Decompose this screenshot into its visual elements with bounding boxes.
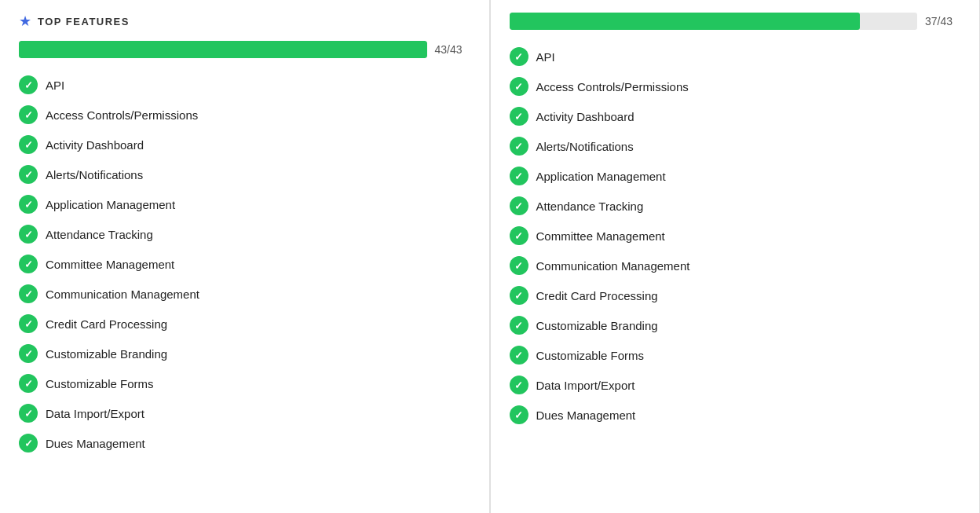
left-feature-list: APIAccess Controls/PermissionsActivity D…	[19, 71, 470, 457]
list-item: API	[19, 71, 470, 99]
list-item: Dues Management	[510, 401, 961, 429]
check-icon	[510, 376, 528, 394]
feature-name: Communication Management	[46, 288, 199, 301]
list-item: Application Management	[19, 190, 470, 218]
check-icon	[19, 404, 38, 423]
check-icon	[19, 344, 38, 363]
right-progress-fill	[510, 13, 861, 30]
list-item: Activity Dashboard	[510, 102, 961, 130]
left-top-features-label: TOP FEATURES	[38, 16, 130, 27]
check-icon	[19, 314, 38, 333]
check-icon	[510, 167, 528, 185]
right-panel: 37/43 APIAccess Controls/PermissionsActi…	[491, 0, 981, 513]
check-icon	[19, 75, 38, 94]
feature-name: Alerts/Notifications	[46, 168, 143, 181]
check-icon	[19, 195, 38, 214]
right-progress-container: 37/43	[510, 13, 961, 30]
feature-name: Dues Management	[46, 437, 145, 450]
list-item: Data Import/Export	[19, 399, 470, 427]
check-icon	[19, 165, 38, 184]
feature-name: Committee Management	[536, 229, 665, 243]
list-item: API	[510, 42, 961, 71]
feature-name: API	[536, 50, 555, 64]
check-icon	[510, 196, 528, 215]
list-item: Customizable Forms	[19, 369, 470, 398]
feature-name: Access Controls/Permissions	[46, 108, 198, 122]
list-item: Credit Card Processing	[19, 310, 470, 338]
feature-name: Dues Management	[536, 409, 636, 422]
feature-name: Attendance Tracking	[46, 228, 153, 241]
list-item: Customizable Forms	[510, 341, 961, 369]
list-item: Customizable Branding	[510, 311, 961, 339]
check-icon	[19, 225, 38, 244]
star-icon: ★	[19, 13, 31, 30]
check-icon	[510, 137, 528, 156]
left-progress-fill	[19, 41, 427, 58]
feature-name: Customizable Forms	[536, 349, 645, 362]
check-icon	[510, 405, 528, 424]
check-icon	[510, 77, 528, 96]
check-icon	[19, 255, 38, 273]
feature-name: Activity Dashboard	[46, 138, 144, 152]
list-item: Activity Dashboard	[19, 130, 470, 159]
left-panel-header: ★ TOP FEATURES	[19, 13, 470, 30]
feature-name: Activity Dashboard	[536, 110, 634, 123]
check-icon	[19, 135, 38, 154]
list-item: Application Management	[510, 162, 961, 190]
list-item: Communication Management	[19, 280, 470, 308]
list-item: Alerts/Notifications	[19, 160, 470, 189]
feature-name: Application Management	[46, 198, 175, 211]
feature-name: Alerts/Notifications	[536, 140, 634, 153]
check-icon	[510, 256, 528, 275]
list-item: Attendance Tracking	[510, 192, 961, 220]
list-item: Access Controls/Permissions	[19, 101, 470, 129]
check-icon	[510, 226, 528, 245]
left-progress-container: 43/43	[19, 41, 470, 58]
list-item: Alerts/Notifications	[510, 132, 961, 160]
check-icon	[19, 105, 38, 124]
feature-name: Customizable Branding	[536, 319, 658, 332]
list-item: Customizable Branding	[19, 339, 470, 368]
feature-name: Data Import/Export	[46, 407, 144, 420]
check-icon	[510, 346, 528, 365]
list-item: Communication Management	[510, 251, 961, 280]
feature-name: Access Controls/Permissions	[536, 80, 689, 93]
list-item: Committee Management	[510, 222, 961, 250]
feature-name: API	[46, 79, 64, 92]
feature-name: Committee Management	[46, 258, 174, 271]
list-item: Attendance Tracking	[19, 220, 470, 248]
check-icon	[510, 107, 528, 126]
left-panel: ★ TOP FEATURES 43/43 APIAccess Controls/…	[0, 0, 490, 513]
left-progress-label: 43/43	[435, 43, 470, 56]
check-icon	[19, 434, 38, 453]
right-progress-track	[510, 13, 918, 30]
check-icon	[510, 47, 528, 66]
feature-name: Application Management	[536, 170, 666, 183]
list-item: Credit Card Processing	[510, 281, 961, 310]
list-item: Dues Management	[19, 429, 470, 457]
feature-name: Customizable Forms	[46, 377, 154, 390]
list-item: Data Import/Export	[510, 371, 961, 399]
feature-name: Credit Card Processing	[46, 317, 167, 331]
check-icon	[19, 284, 38, 303]
left-progress-track	[19, 41, 427, 58]
check-icon	[19, 374, 38, 393]
feature-name: Data Import/Export	[536, 379, 635, 392]
list-item: Access Controls/Permissions	[510, 72, 961, 101]
feature-name: Credit Card Processing	[536, 289, 658, 302]
check-icon	[510, 286, 528, 305]
feature-name: Attendance Tracking	[536, 200, 644, 213]
feature-name: Customizable Branding	[46, 347, 167, 361]
right-progress-label: 37/43	[925, 15, 960, 27]
right-feature-list: APIAccess Controls/PermissionsActivity D…	[510, 42, 961, 429]
check-icon	[510, 316, 528, 335]
list-item: Committee Management	[19, 250, 470, 278]
feature-name: Communication Management	[536, 259, 690, 273]
